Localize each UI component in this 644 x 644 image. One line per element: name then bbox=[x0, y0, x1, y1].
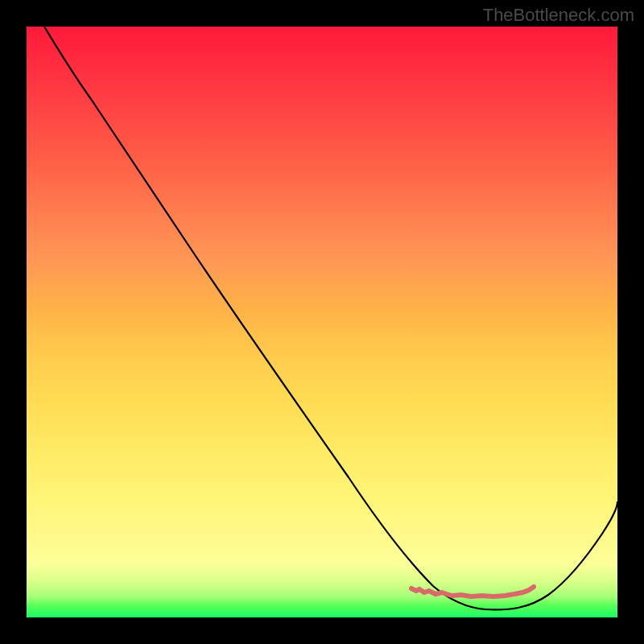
watermark-text: TheBottleneck.com bbox=[483, 5, 634, 26]
chart-svg bbox=[27, 27, 617, 617]
plot-area bbox=[27, 27, 617, 617]
highlight-band-path bbox=[411, 587, 534, 597]
main-curve-path bbox=[44, 27, 617, 609]
